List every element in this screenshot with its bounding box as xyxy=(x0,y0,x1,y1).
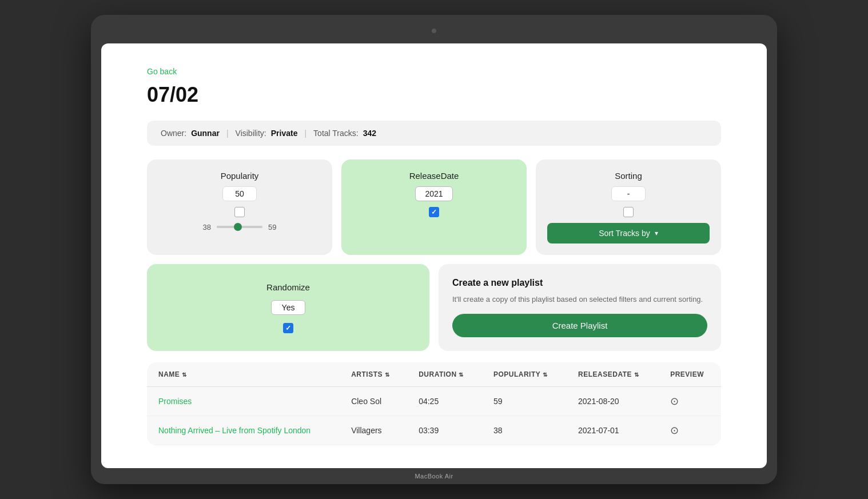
release-date-title: ReleaseDate xyxy=(409,171,459,181)
track-artist: Cleo Sol xyxy=(340,387,407,416)
randomize-value: Yes xyxy=(271,300,305,315)
create-playlist-description: It'll create a copy of this playlist bas… xyxy=(452,294,707,305)
release-date-checkbox[interactable] xyxy=(429,207,439,217)
col-releasedate[interactable]: RELEASEDATE ⇅ xyxy=(567,362,659,387)
track-name[interactable]: Nothing Arrived – Live from Spotify Lond… xyxy=(147,416,340,445)
sorting-card: Sorting - Sort Tracks by ▾ xyxy=(536,159,721,255)
sorting-checkbox[interactable] xyxy=(623,207,634,217)
table-row: Nothing Arrived – Live from Spotify Lond… xyxy=(147,416,721,445)
go-back-link[interactable]: Go back xyxy=(147,67,177,76)
play-icon[interactable]: ⊙ xyxy=(670,396,679,407)
popularity-title: Popularity xyxy=(221,171,259,181)
popularity-max: 59 xyxy=(268,223,276,231)
total-tracks-label: Total Tracks: xyxy=(313,129,359,138)
track-release-date: 2021-08-20 xyxy=(567,387,659,416)
track-name[interactable]: Promises xyxy=(147,387,340,416)
col-duration[interactable]: DURATION ⇅ xyxy=(407,362,482,387)
tracks-table: NAME ⇅ ARTISTS ⇅ DURATION ⇅ POPULARITY ⇅… xyxy=(147,362,721,445)
col-artists[interactable]: ARTISTS ⇅ xyxy=(340,362,407,387)
track-release-date: 2021-07-01 xyxy=(567,416,659,445)
visibility-value: Private xyxy=(271,129,298,138)
track-preview[interactable]: ⊙ xyxy=(659,387,721,416)
sort-tracks-label: Sort Tracks by xyxy=(599,229,650,238)
owner-label: Owner: xyxy=(161,129,186,138)
owner-value: Gunnar xyxy=(191,129,220,138)
filter-cards-row: Popularity 50 38 59 ReleaseDate xyxy=(147,159,721,255)
track-popularity: 59 xyxy=(482,387,567,416)
track-artist: Villagers xyxy=(340,416,407,445)
popularity-slider[interactable] xyxy=(217,226,262,228)
track-duration: 03:39 xyxy=(407,416,482,445)
table-row: Promises Cleo Sol 04:25 59 2021-08-20 ⊙ xyxy=(147,387,721,416)
tracks-table-container: NAME ⇅ ARTISTS ⇅ DURATION ⇅ POPULARITY ⇅… xyxy=(147,362,721,445)
artists-sort-icon: ⇅ xyxy=(385,372,390,378)
popularity-slider-row: 38 59 xyxy=(158,223,321,231)
popularity-value: 50 xyxy=(222,186,257,201)
sorting-value: - xyxy=(611,186,646,201)
track-duration: 04:25 xyxy=(407,387,482,416)
create-playlist-title: Create a new playlist xyxy=(452,278,707,288)
meta-divider-1: | xyxy=(226,129,229,138)
duration-sort-icon: ⇅ xyxy=(459,372,464,378)
sort-tracks-button[interactable]: Sort Tracks by ▾ xyxy=(547,223,710,243)
popularity-min: 38 xyxy=(203,223,211,231)
play-icon[interactable]: ⊙ xyxy=(670,425,679,436)
popularity-card: Popularity 50 38 59 xyxy=(147,159,332,255)
release-date-value: 2021 xyxy=(415,186,452,201)
release-date-card: ReleaseDate 2021 xyxy=(341,159,527,255)
table-body: Promises Cleo Sol 04:25 59 2021-08-20 ⊙ … xyxy=(147,387,721,445)
page-title: 07/02 xyxy=(147,83,721,107)
sorting-title: Sorting xyxy=(615,171,642,181)
meta-bar: Owner: Gunnar | Visibility: Private | To… xyxy=(147,121,721,146)
randomize-title: Randomize xyxy=(266,282,310,292)
meta-divider-2: | xyxy=(304,129,306,138)
randomize-card: Randomize Yes xyxy=(147,264,429,352)
visibility-label: Visibility: xyxy=(236,129,266,138)
chevron-down-icon: ▾ xyxy=(655,229,658,237)
total-tracks-value: 342 xyxy=(363,129,376,138)
popularity-checkbox[interactable] xyxy=(234,207,245,217)
create-playlist-card: Create a new playlist It'll create a cop… xyxy=(439,264,721,352)
col-name[interactable]: NAME ⇅ xyxy=(147,362,340,387)
bottom-row: Randomize Yes Create a new playlist It'l… xyxy=(147,264,721,352)
table-header-row: NAME ⇅ ARTISTS ⇅ DURATION ⇅ POPULARITY ⇅… xyxy=(147,362,721,387)
laptop-brand: MacBook Air xyxy=(415,473,453,480)
col-popularity[interactable]: POPULARITY ⇅ xyxy=(482,362,567,387)
col-preview: PREVIEW xyxy=(659,362,721,387)
create-playlist-button[interactable]: Create Playlist xyxy=(452,314,707,337)
track-preview[interactable]: ⊙ xyxy=(659,416,721,445)
popularity-sort-icon: ⇅ xyxy=(543,372,548,378)
randomize-checkbox[interactable] xyxy=(283,323,293,333)
track-popularity: 38 xyxy=(482,416,567,445)
releasedate-sort-icon: ⇅ xyxy=(634,372,639,378)
name-sort-icon: ⇅ xyxy=(182,372,187,378)
